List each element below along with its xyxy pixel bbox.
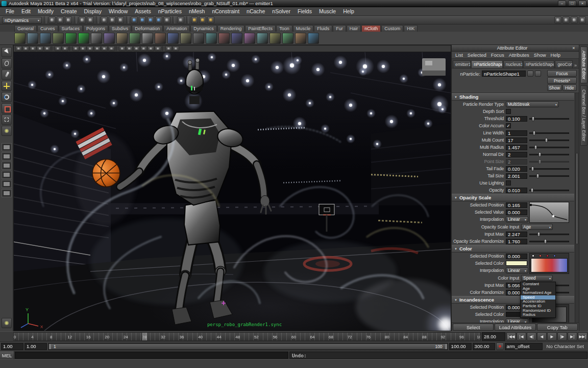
select-camera-icon[interactable] <box>15 46 22 51</box>
timeline-track[interactable]: 0481216202428323640444852566064687276808… <box>13 332 481 341</box>
select-component-icon[interactable] <box>117 16 124 24</box>
field-tail-size[interactable]: 2.001 <box>506 173 527 179</box>
ae-tab-emitter1[interactable]: emitter1 <box>453 60 471 68</box>
slider-threshold[interactable] <box>529 118 569 120</box>
nparticle-cloud-icon[interactable] <box>27 33 38 44</box>
section-header-opacity-scale[interactable]: ▼Opacity Scale <box>452 194 574 201</box>
menu-ncache[interactable]: nCache <box>243 7 268 15</box>
field-multi-count[interactable]: 17 <box>506 137 527 143</box>
field-multi-radius[interactable]: 1.457 <box>506 145 527 150</box>
dropdown-color-input[interactable]: Speed▾ <box>521 275 553 281</box>
playback-step-back-key-button[interactable]: ◀| <box>527 332 536 341</box>
checkbox-color-accum[interactable]: ✓ <box>506 123 511 128</box>
menu-fields[interactable]: Fields <box>294 7 315 15</box>
shelf-tab-toon[interactable]: Toon <box>276 25 292 32</box>
field-point-size[interactable]: 2 <box>506 159 527 165</box>
shelf-tab-animation[interactable]: Animation <box>163 25 190 32</box>
expression-icon[interactable] <box>535 71 541 77</box>
menu-help[interactable]: Help <box>339 7 358 15</box>
slider-handle[interactable] <box>538 159 541 164</box>
shelf-tab-hair[interactable]: Hair <box>347 25 361 32</box>
scrollbar-thumb[interactable] <box>576 153 578 245</box>
animation-start-field[interactable]: 1.00 <box>1 343 23 350</box>
2d-pan-zoom-icon[interactable] <box>55 46 61 51</box>
command-input[interactable] <box>15 352 288 359</box>
shelf-tab-painteffects[interactable]: PaintEffects <box>245 25 276 32</box>
gate-mask-icon[interactable] <box>140 46 147 51</box>
bookmarks-icon[interactable] <box>37 46 43 51</box>
volume-axis-icon[interactable] <box>206 33 217 44</box>
ipr-render-icon[interactable] <box>199 16 206 24</box>
ae-tab-nucleus1[interactable]: nucleus1 <box>503 60 523 68</box>
turbulence-icon[interactable] <box>218 33 230 44</box>
menu-assets[interactable]: Assets <box>131 7 155 15</box>
presets-button[interactable]: Presets* <box>547 77 577 84</box>
ae-button-select[interactable]: Select <box>453 324 494 331</box>
ae-button-copy-tab[interactable]: Copy Tab <box>537 324 578 331</box>
ae-menu-help[interactable]: Help <box>549 52 563 58</box>
hypershade-persp-layout-icon[interactable] <box>2 180 12 188</box>
slider-tail-fade[interactable] <box>529 168 569 170</box>
checkbox-depth-sort[interactable] <box>506 109 511 114</box>
shelf-tab-surfaces[interactable]: Surfaces <box>59 25 83 32</box>
ae-menu-focus[interactable]: Focus <box>489 52 506 58</box>
open-scene-icon[interactable] <box>57 16 64 24</box>
close-button[interactable]: × <box>578 1 586 6</box>
shadows-icon[interactable] <box>101 46 108 51</box>
sidebar-attribute-editor-icon[interactable] <box>562 16 570 24</box>
color-swatch-selected-color[interactable] <box>506 261 527 266</box>
mel-label[interactable]: MEL <box>0 351 14 359</box>
create-ncloth-icon[interactable] <box>129 33 140 44</box>
field-opacity[interactable]: 0.010 <box>506 188 527 193</box>
wireframe-icon[interactable] <box>72 46 79 51</box>
shelf-tab-general[interactable]: General <box>14 25 37 32</box>
playback-goto-start-button[interactable]: |◀◀ <box>506 332 516 341</box>
wind-icon[interactable] <box>180 33 191 44</box>
menu-file[interactable]: File <box>2 7 18 15</box>
use-all-lights-icon[interactable] <box>94 46 101 51</box>
field-selected-value[interactable]: 0.000 <box>506 210 527 215</box>
slider-handle[interactable] <box>544 239 547 244</box>
shelf-tab-polygons[interactable]: Polygons <box>83 25 108 32</box>
notes-icon[interactable] <box>527 71 533 77</box>
render-current-frame-icon[interactable] <box>191 16 198 24</box>
ae-tab-geocon[interactable]: geoCon <box>555 60 573 68</box>
maximize-button[interactable]: □ <box>568 1 576 6</box>
slider-opacity-scale-randomize[interactable] <box>529 241 569 242</box>
field-line-width[interactable]: 1 <box>506 130 527 136</box>
slider-handle[interactable] <box>531 188 533 193</box>
shelf-tab-dynamics[interactable]: Dynamics <box>190 25 217 32</box>
select-object-icon[interactable] <box>109 16 116 24</box>
menu-display[interactable]: Display <box>80 7 105 15</box>
slider-handle[interactable] <box>537 232 540 237</box>
focus-button[interactable]: Focus <box>547 70 577 77</box>
redo-icon[interactable] <box>87 16 94 24</box>
slider-input-max[interactable] <box>529 234 569 235</box>
character-set-label[interactable]: No Character Set <box>544 343 587 349</box>
field-chart-icon[interactable] <box>126 46 133 51</box>
playback-play-forward-button[interactable]: ▶ <box>547 332 557 341</box>
section-header-color[interactable]: ▼Color <box>452 245 574 252</box>
ae-tab-nparticleshape1[interactable]: nParticleShape1 <box>471 60 502 68</box>
textured-icon[interactable] <box>87 46 93 51</box>
dropdown-interpolation[interactable]: Linear▾ <box>506 267 528 273</box>
paint-effects-icon[interactable] <box>295 33 306 44</box>
slider-handle[interactable] <box>536 174 539 178</box>
screen-ao-icon[interactable] <box>108 46 115 51</box>
shelf-tab-subdivs[interactable]: Subdivs <box>109 25 131 32</box>
collide-icon[interactable] <box>167 33 179 44</box>
slider-opacity[interactable] <box>529 190 569 191</box>
single-pane-layout-icon[interactable] <box>2 143 12 151</box>
select-hierarchy-icon[interactable] <box>101 16 108 24</box>
playback-step-forward-frame-button[interactable]: ▶| <box>568 332 577 341</box>
quick-selection-icon[interactable] <box>554 16 561 24</box>
menu-create[interactable]: Create <box>57 7 81 15</box>
ae-tab-nparticleshape2[interactable]: nParticleShape2 <box>523 60 554 68</box>
menu-nconstraint[interactable]: nConstraint <box>208 7 243 15</box>
current-frame-field[interactable]: 28.00 <box>482 332 505 341</box>
ae-button-load-attributes[interactable]: Load Attributes <box>495 324 535 331</box>
slider-line-width[interactable] <box>529 132 569 134</box>
lock-camera-icon[interactable] <box>22 46 29 51</box>
safe-title-icon[interactable] <box>155 46 161 51</box>
nparticle-points-icon[interactable] <box>53 33 64 44</box>
